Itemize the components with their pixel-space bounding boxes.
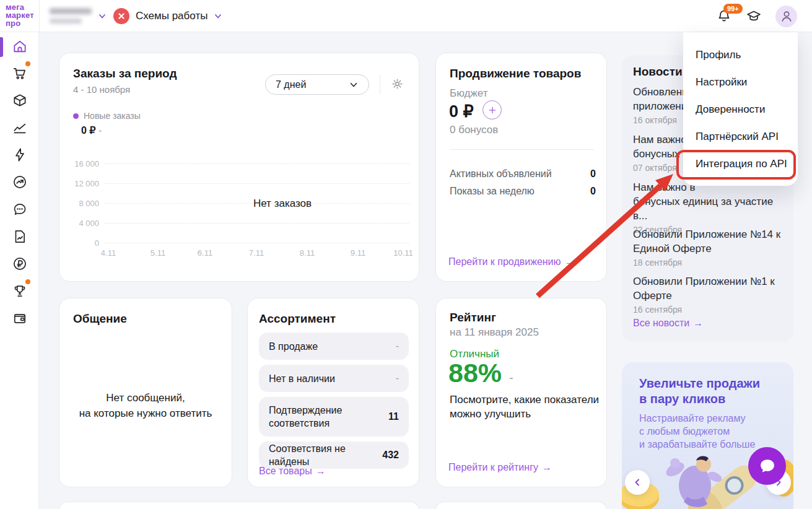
menu-item-partner-api[interactable]: Партнёрский API	[683, 123, 798, 150]
news-date: 16 сентября	[633, 305, 784, 315]
chevron-down-icon	[214, 12, 222, 20]
divider	[450, 149, 594, 150]
sidebar-item-analytics[interactable]	[12, 120, 28, 136]
logo-line: про	[6, 19, 34, 27]
legend-value: 0 ₽ -	[81, 124, 102, 136]
orders-date-range: 4 - 10 ноября	[73, 84, 130, 95]
dashboard-page: мега маркет про Схемы работы	[0, 0, 812, 509]
assortment-row-no-matches[interactable]: Соответствия не найдены 432	[259, 442, 409, 469]
x-axis-tick: 5.11	[144, 248, 172, 258]
x-axis-tick: 10.11	[390, 248, 417, 258]
x-axis-tick: 4.11	[95, 248, 122, 258]
account-dropdown-menu: Профиль Настройки Доверенности Партнёрск…	[683, 32, 798, 186]
chart-empty-state: Нет заказов	[159, 198, 406, 210]
rating-card: Рейтинг на 11 января 2025 Отличный 88% -…	[435, 298, 607, 487]
sidebar	[0, 32, 39, 509]
rating-value: 88% -	[448, 358, 513, 388]
y-axis-tick: 16 000	[59, 159, 99, 168]
notifications-button[interactable]: 99+	[716, 8, 732, 24]
work-scheme-selector[interactable]: Схемы работы	[113, 8, 222, 24]
menu-item-api-integration[interactable]: Интеграция по API	[683, 150, 798, 178]
next-card-stub	[59, 502, 419, 509]
assortment-card: Ассортимент В продаже - Нет в наличии - …	[247, 298, 419, 487]
go-to-promotion-link[interactable]: Перейти к продвижению→	[448, 256, 575, 268]
chevron-down-icon	[98, 12, 107, 20]
news-item[interactable]: Нам важно в бонусных единиц за участие в…	[633, 180, 784, 235]
notification-dot	[25, 279, 30, 284]
card-title: Заказы за период	[73, 67, 177, 80]
card-title: Общение	[73, 312, 127, 326]
promo-banner[interactable]: Увеличьте продажи в пару кликов Настраив…	[622, 362, 793, 509]
period-select-value: 7 дней	[276, 79, 306, 90]
notification-dot	[25, 61, 30, 66]
arrow-right-icon: →	[693, 318, 703, 329]
gear-icon[interactable]	[391, 77, 404, 90]
go-to-rating-link[interactable]: Перейти к рейтингу→	[448, 462, 552, 473]
arrow-right-icon: →	[542, 462, 552, 473]
sidebar-item-messages[interactable]	[12, 201, 28, 217]
menu-item-profile[interactable]: Профиль	[683, 41, 798, 69]
arrow-right-icon: →	[565, 256, 575, 268]
sidebar-item-promotion[interactable]	[12, 174, 28, 190]
card-title: Новости	[633, 65, 683, 79]
all-products-link[interactable]: Все товары→	[259, 466, 326, 477]
profile-avatar-button[interactable]	[775, 6, 797, 27]
all-news-link[interactable]: Все новости→	[633, 318, 703, 329]
x-axis-tick: 7.11	[243, 248, 270, 258]
menu-item-powers-of-attorney[interactable]: Доверенности	[683, 96, 798, 123]
card-title: Продвижение товаров	[450, 67, 581, 80]
sidebar-item-achievements[interactable]	[12, 283, 28, 299]
card-title: Ассортимент	[259, 312, 336, 326]
stat-row: Активных объявлений 0	[450, 168, 596, 180]
rating-hint: Посмотрите, какие показатели можно улучш…	[450, 393, 599, 421]
next-card-stub	[435, 502, 607, 509]
x-axis-tick: 6.11	[191, 248, 219, 258]
news-item[interactable]: Обновили Приложение №14 к Единой Оферте …	[633, 227, 784, 268]
stat-row: Показы за неделю 0	[450, 186, 596, 197]
sidebar-item-wallet[interactable]	[12, 310, 28, 326]
orders-period-card: Заказы за период 4 - 10 ноября 7 дней Но…	[59, 53, 419, 282]
y-axis-tick: 4 000	[59, 219, 99, 228]
menu-item-settings[interactable]: Настройки	[683, 69, 798, 96]
assortment-row-confirmation[interactable]: Подтверждение соответствия 11	[259, 397, 409, 437]
card-title: Рейтинг	[450, 311, 496, 324]
education-button[interactable]	[746, 8, 762, 24]
topbar: мега маркет про Схемы работы	[0, 0, 812, 32]
assortment-row-on-sale[interactable]: В продаже -	[259, 333, 409, 360]
active-indicator	[0, 37, 3, 57]
legend-label: Новые заказы	[84, 111, 141, 121]
chart-legend: Новые заказы	[73, 111, 141, 121]
news-date: 18 сентября	[633, 258, 784, 268]
y-axis-tick: 0	[59, 238, 99, 248]
rating-date: на 11 января 2025	[450, 326, 539, 339]
promotion-card: Продвижение товаров Бюджет 0 ₽ 0 бонусов…	[435, 53, 607, 282]
arrow-right-icon: →	[316, 466, 326, 477]
banner-title: Увеличьте продажи в пару кликов	[639, 376, 760, 407]
sidebar-item-boost[interactable]	[12, 147, 28, 163]
sidebar-item-finance[interactable]	[12, 256, 28, 272]
divider	[39, 0, 40, 32]
assortment-row-out-of-stock[interactable]: Нет в наличии -	[259, 365, 409, 392]
sidebar-item-orders[interactable]	[12, 65, 28, 81]
notifications-badge: 99+	[723, 4, 743, 14]
organization-switcher[interactable]	[50, 7, 108, 25]
period-select[interactable]: 7 дней	[265, 74, 369, 95]
add-budget-button[interactable]	[482, 100, 502, 120]
carousel-prev-button[interactable]	[625, 470, 650, 495]
divider	[380, 75, 380, 94]
x-axis-tick: 8.11	[294, 248, 321, 258]
status-error-icon	[113, 8, 129, 24]
bonuses-value: 0 бонусов	[450, 124, 498, 136]
work-scheme-label: Схемы работы	[136, 10, 207, 22]
x-axis-tick: 9.11	[344, 248, 372, 258]
megamarket-logo[interactable]: мега маркет про	[6, 3, 34, 27]
news-item[interactable]: Обновили Приложении №1 к Оферте 16 сентя…	[633, 274, 784, 315]
y-axis-tick: 12 000	[59, 179, 99, 188]
budget-value: 0 ₽	[449, 102, 474, 121]
sidebar-item-products[interactable]	[12, 92, 28, 108]
messages-card: Общение Нет сообщений, на которые нужно …	[59, 298, 232, 487]
support-chat-button[interactable]	[748, 447, 786, 485]
sidebar-item-reports[interactable]	[12, 228, 28, 245]
budget-label: Бюджет	[450, 87, 488, 100]
sidebar-item-home[interactable]	[12, 38, 28, 54]
